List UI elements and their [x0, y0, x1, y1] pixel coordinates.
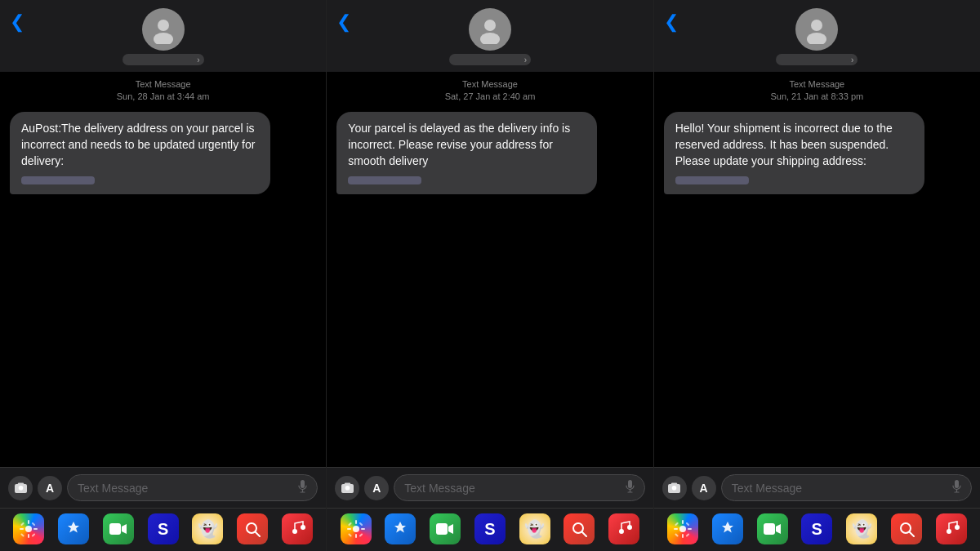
text-input-placeholder: Text Message: [404, 482, 474, 495]
facetime-icon[interactable]: [103, 513, 134, 544]
message-text-input[interactable]: Text Message: [394, 474, 644, 501]
message-header: ❮ ›: [0, 0, 326, 72]
svg-rect-42: [674, 528, 678, 530]
music-icon[interactable]: [282, 513, 313, 544]
search-icon[interactable]: [891, 513, 922, 544]
svg-point-39: [679, 526, 686, 532]
text-input-placeholder: Text Message: [78, 482, 148, 495]
chevron-right-icon: ›: [197, 56, 199, 64]
app-store-icon[interactable]: [712, 513, 743, 544]
facetime-icon[interactable]: [757, 513, 788, 544]
microphone-icon[interactable]: [952, 480, 961, 495]
svg-rect-9: [33, 528, 38, 530]
svg-rect-43: [688, 528, 692, 530]
contact-name-bar[interactable]: ›: [449, 54, 531, 65]
svg-rect-30: [359, 533, 363, 537]
back-button[interactable]: ❮: [664, 11, 679, 33]
svg-point-17: [484, 20, 496, 31]
svg-rect-28: [359, 522, 363, 527]
svg-rect-31: [436, 523, 448, 535]
message-text-input[interactable]: Text Message: [721, 474, 972, 501]
app-dock: S👻: [0, 508, 326, 551]
svg-point-0: [158, 20, 169, 31]
svg-rect-36: [955, 480, 959, 488]
messages-area: Text Message Sun, 28 Jan at 3:44 amAuPos…: [0, 72, 326, 467]
apps-button[interactable]: A: [38, 476, 62, 500]
svg-rect-25: [347, 528, 351, 530]
camera-button[interactable]: [335, 476, 359, 500]
message-timestamp: Text Message Sat, 27 Jan at 2:40 am: [336, 78, 643, 104]
app-dock: S👻: [654, 508, 980, 551]
microphone-icon[interactable]: [626, 480, 635, 495]
message-header: ❮ ›: [654, 0, 980, 72]
microphone-icon[interactable]: [298, 480, 307, 495]
svg-rect-27: [348, 522, 352, 527]
app-store-icon[interactable]: [58, 513, 89, 544]
svg-line-33: [582, 532, 586, 536]
svg-point-15: [247, 523, 256, 533]
camera-button[interactable]: [662, 476, 687, 500]
shazam-icon[interactable]: S: [474, 513, 506, 544]
svg-rect-29: [348, 533, 352, 537]
shazam-icon[interactable]: S: [801, 513, 832, 544]
svg-rect-13: [32, 533, 36, 537]
svg-rect-41: [682, 534, 684, 538]
apps-button[interactable]: A: [692, 476, 716, 500]
message-input-area: AText Message: [0, 467, 326, 508]
avatar: [142, 8, 185, 51]
phone-panel-3: ❮ ›Text Message Sun, 21 Jan at 8:33 pmHe…: [654, 0, 980, 551]
phone-panel-2: ❮ ›Text Message Sat, 27 Jan at 2:40 amYo…: [327, 0, 653, 551]
snapchat-icon[interactable]: 👻: [192, 513, 223, 544]
photos-icon[interactable]: [341, 513, 372, 544]
facetime-icon[interactable]: [430, 513, 461, 544]
snapchat-icon[interactable]: 👻: [846, 513, 877, 544]
message-header: ❮ ›: [327, 0, 653, 72]
svg-rect-7: [28, 534, 29, 538]
svg-rect-26: [361, 528, 365, 530]
shazam-icon[interactable]: S: [148, 513, 179, 544]
music-icon[interactable]: [608, 513, 639, 544]
music-icon[interactable]: [936, 513, 967, 544]
svg-rect-48: [764, 523, 775, 535]
back-button[interactable]: ❮: [10, 11, 24, 33]
svg-point-35: [807, 33, 826, 44]
avatar: [795, 8, 838, 51]
message-link[interactable]: [348, 176, 421, 184]
message-link[interactable]: [675, 176, 749, 184]
contact-name-bar[interactable]: ›: [776, 54, 858, 65]
back-button[interactable]: ❮: [336, 11, 351, 33]
message-input-area: AText Message: [327, 467, 653, 508]
snapchat-icon[interactable]: 👻: [519, 513, 550, 544]
svg-point-49: [901, 523, 911, 533]
svg-point-34: [811, 20, 822, 31]
search-icon[interactable]: [564, 513, 595, 544]
svg-rect-45: [686, 522, 690, 527]
search-icon[interactable]: [237, 513, 268, 544]
svg-point-32: [573, 523, 583, 533]
svg-rect-2: [301, 480, 305, 488]
svg-rect-40: [682, 520, 684, 524]
message-link[interactable]: [21, 176, 95, 184]
svg-rect-6: [28, 520, 29, 524]
svg-point-18: [480, 33, 500, 44]
svg-rect-10: [20, 522, 24, 527]
svg-point-22: [353, 526, 359, 532]
app-store-icon[interactable]: [385, 513, 416, 544]
message-text: Your parcel is delayed as the delivery i…: [348, 122, 570, 168]
apps-button[interactable]: A: [364, 476, 389, 500]
contact-name-bar[interactable]: ›: [122, 54, 204, 65]
svg-point-5: [25, 526, 32, 532]
message-bubble: AuPost:The delivery address on your parc…: [10, 112, 270, 194]
svg-point-1: [154, 33, 173, 44]
message-timestamp: Text Message Sun, 28 Jan at 3:44 am: [10, 78, 316, 104]
message-text-input[interactable]: Text Message: [67, 474, 318, 501]
photos-icon[interactable]: [667, 513, 698, 544]
svg-rect-23: [355, 520, 357, 524]
message-text: AuPost:The delivery address on your parc…: [21, 122, 255, 168]
svg-rect-47: [686, 533, 690, 537]
camera-button[interactable]: [8, 476, 33, 500]
message-bubble: Your parcel is delayed as the delivery i…: [336, 112, 597, 194]
message-timestamp: Text Message Sun, 21 Jan at 8:33 pm: [664, 78, 970, 104]
app-dock: S👻: [327, 508, 653, 551]
photos-icon[interactable]: [13, 513, 44, 544]
